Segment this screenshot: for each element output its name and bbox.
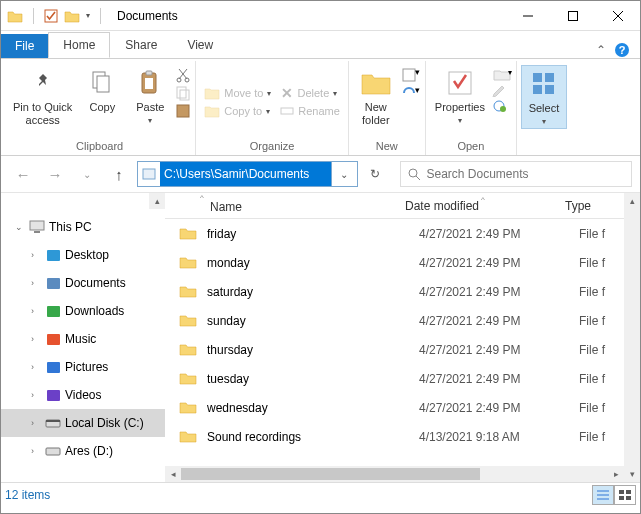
svg-rect-37 [47,334,60,345]
copy-button[interactable]: Copy [79,65,125,116]
column-name[interactable]: ^Name [165,189,405,222]
group-organize-label: Organize [250,138,295,155]
open-icon[interactable]: ▾ [492,67,512,81]
svg-text:▾: ▾ [508,68,512,77]
minimize-button[interactable] [505,1,550,30]
close-button[interactable] [595,1,640,30]
thumbnails-view-button[interactable] [614,485,636,505]
sidebar-item-this-pc[interactable]: ⌄This PC [1,213,165,241]
forward-button[interactable]: → [41,160,69,188]
history-icon[interactable] [492,99,508,113]
select-icon [531,71,557,97]
address-bar[interactable]: ⌄ [137,161,358,187]
svg-text:?: ? [619,44,626,56]
file-row[interactable]: monday 4/27/2021 2:49 PM File f [165,248,640,277]
copy-path-icon[interactable] [175,85,191,101]
paste-button[interactable]: Paste ▾ [127,65,173,127]
horizontal-scrollbar[interactable]: ◂ ▸ [165,466,624,482]
sidebar-item-downloads[interactable]: ›Downloads [1,297,165,325]
svg-rect-42 [46,448,60,455]
scroll-up-button[interactable]: ▴ [624,193,640,209]
up-button[interactable]: ↑ [105,160,133,188]
file-row[interactable]: Sound recordings 4/13/2021 9:18 AM File … [165,422,640,451]
easy-access-icon[interactable]: ▾ [401,85,421,101]
scroll-thumb[interactable] [181,468,480,480]
sidebar-item-videos[interactable]: ›Videos [1,381,165,409]
new-folder-icon [360,70,392,96]
file-row[interactable]: thursday 4/27/2021 2:49 PM File f [165,335,640,364]
file-row[interactable]: friday 4/27/2021 2:49 PM File f [165,219,640,248]
edit-icon[interactable] [492,83,508,97]
maximize-button[interactable] [550,1,595,30]
sidebar-scroll-up[interactable]: ▴ [149,193,165,209]
collapse-ribbon-icon[interactable]: ⌃ [596,43,606,57]
file-row[interactable]: sunday 4/27/2021 2:49 PM File f [165,306,640,335]
recent-dropdown[interactable]: ⌄ [73,160,101,188]
scroll-down-button[interactable]: ▾ [624,466,640,482]
file-row[interactable]: tuesday 4/27/2021 2:49 PM File f [165,364,640,393]
paste-icon [139,70,161,96]
rename-button[interactable]: Rename [276,103,344,119]
paste-shortcut-icon[interactable] [175,103,191,119]
sidebar-item-ares-d[interactable]: ›Ares (D:) [1,437,165,465]
file-name: saturday [207,285,419,299]
details-view-button[interactable] [592,485,614,505]
select-button[interactable]: Select ▾ [521,65,567,129]
sidebar-item-desktop[interactable]: ›Desktop [1,241,165,269]
checkbox-icon[interactable] [44,9,58,23]
cut-icon[interactable] [175,67,191,83]
new-folder-button[interactable]: New folder [353,65,399,128]
folder-icon [179,284,197,300]
qat-dropdown[interactable]: ▾ [86,11,90,20]
refresh-button[interactable]: ↻ [362,161,388,187]
separator [33,8,34,24]
search-box[interactable] [400,161,633,187]
search-input[interactable] [427,167,626,181]
folder-icon [179,342,197,358]
svg-rect-49 [626,496,631,500]
navigation-bar: ← → ⌄ ↑ ⌄ ↻ [1,156,640,192]
ribbon: Pin to Quick access Copy Paste ▾ Clipboa… [1,58,640,156]
svg-text:▾: ▾ [415,67,420,77]
svg-rect-28 [545,85,554,94]
file-list[interactable]: friday 4/27/2021 2:49 PM File f monday 4… [165,219,640,482]
file-date: 4/27/2021 2:49 PM [419,227,579,241]
svg-rect-10 [146,71,152,75]
pin-to-quick-access-button[interactable]: Pin to Quick access [8,65,77,128]
properties-icon [446,69,474,97]
sidebar-item-music[interactable]: ›Music [1,325,165,353]
tab-view[interactable]: View [172,32,228,58]
properties-button[interactable]: Properties ▾ [430,65,490,127]
rename-icon [280,105,294,117]
sidebar-item-local-disk-c[interactable]: ›Local Disk (C:) [1,409,165,437]
tab-file[interactable]: File [1,34,48,58]
file-name: monday [207,256,419,270]
file-row[interactable]: saturday 4/27/2021 2:49 PM File f [165,277,640,306]
copy-to-button[interactable]: Copy to▾ [200,103,274,119]
tab-share[interactable]: Share [110,32,172,58]
delete-button[interactable]: ✕Delete▾ [277,84,341,102]
tab-home[interactable]: Home [48,32,110,58]
file-date: 4/13/2021 9:18 AM [419,430,579,444]
item-count: 12 items [5,488,50,502]
file-type: File f [579,314,605,328]
vertical-scrollbar[interactable]: ▴ ▾ [624,193,640,482]
navigation-pane[interactable]: ▴ ⌄This PC›Desktop›Documents›Downloads›M… [1,193,165,482]
column-headers: ^Name Date modified^ Type [165,193,640,219]
scroll-right-button[interactable]: ▸ [608,466,624,482]
qat-folder-icon[interactable] [64,9,80,23]
file-type: File f [579,372,605,386]
svg-rect-27 [533,85,542,94]
scroll-left-button[interactable]: ◂ [165,466,181,482]
group-open-label: Open [457,138,484,155]
column-date[interactable]: Date modified^ [405,199,565,213]
file-row[interactable]: wednesday 4/27/2021 2:49 PM File f [165,393,640,422]
back-button[interactable]: ← [9,160,37,188]
address-dropdown[interactable]: ⌄ [331,162,357,186]
address-input[interactable] [160,162,331,186]
sidebar-item-documents[interactable]: ›Documents [1,269,165,297]
new-item-icon[interactable]: ▾ [401,67,421,83]
help-icon[interactable]: ? [614,42,630,58]
sidebar-item-pictures[interactable]: ›Pictures [1,353,165,381]
move-to-button[interactable]: Move to▾ [200,84,275,102]
